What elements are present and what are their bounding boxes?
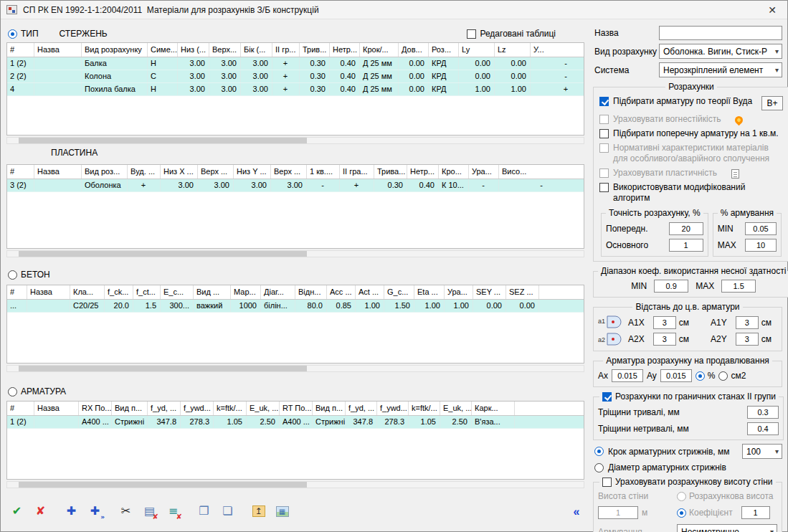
modified-algorithm-box[interactable] bbox=[599, 183, 609, 192]
column-header[interactable]: Крок/... bbox=[360, 43, 399, 57]
punching-cm2-radio[interactable]: см2 bbox=[718, 371, 746, 381]
punching-pct-circle[interactable] bbox=[696, 371, 705, 381]
normative-materials-checkbox[interactable]: Нормативні характеристики матеріалів для… bbox=[599, 143, 783, 164]
plasticity-box[interactable] bbox=[599, 168, 609, 178]
bar-step-circle[interactable] bbox=[594, 447, 604, 456]
rod-table-hscroll[interactable] bbox=[6, 137, 584, 144]
wood-options-button[interactable]: В+ bbox=[761, 96, 783, 110]
column-header[interactable]: Вид ... bbox=[194, 285, 231, 299]
column-header[interactable]: II гр... bbox=[272, 43, 300, 57]
column-header[interactable]: Верх ... bbox=[271, 165, 307, 179]
rebar-radio-circle[interactable] bbox=[8, 387, 17, 396]
column-header[interactable]: Низ (... bbox=[178, 43, 209, 57]
editable-tables-box[interactable] bbox=[467, 29, 476, 39]
column-header[interactable]: Трив... bbox=[300, 43, 330, 57]
column-header[interactable]: k=ftk/... bbox=[409, 402, 440, 415]
column-header[interactable]: RX По... bbox=[79, 402, 112, 415]
table-row[interactable]: 1 (2)БалкаН3.003.003.00+0.300.40Д 25 мм0… bbox=[7, 57, 584, 70]
column-header[interactable]: f_yd, ... bbox=[346, 402, 377, 415]
column-header[interactable]: Назва bbox=[34, 165, 82, 179]
column-header[interactable]: Мар... bbox=[231, 285, 261, 299]
bar-step-radio[interactable]: Крок арматурних стрижнів, мм 100 ▾ bbox=[594, 444, 782, 459]
pct-min-input[interactable] bbox=[745, 222, 777, 235]
coefficient-input[interactable] bbox=[741, 506, 770, 519]
calc-type-select[interactable]: Оболонка. Вигин, Стиск-Р ▾ bbox=[659, 44, 782, 59]
fire-resistance-box[interactable] bbox=[599, 115, 609, 124]
column-header[interactable]: f_ywd... bbox=[377, 402, 409, 415]
crack-long-input[interactable] bbox=[747, 406, 779, 419]
column-header[interactable]: Верх... bbox=[209, 43, 241, 57]
column-header[interactable]: Acc ... bbox=[327, 285, 356, 299]
ay-input[interactable] bbox=[660, 369, 692, 382]
column-header[interactable]: Ура... bbox=[469, 165, 499, 179]
rebar-table-hscroll[interactable] bbox=[6, 481, 584, 488]
column-header[interactable]: Трива... bbox=[374, 165, 407, 179]
column-header[interactable]: Вид розрахунку bbox=[82, 43, 148, 57]
plate-table-hscroll[interactable] bbox=[6, 250, 584, 257]
copy-button[interactable]: ❐ bbox=[195, 503, 213, 520]
wall-height-input[interactable] bbox=[598, 506, 638, 519]
delete-button[interactable]: ✘ bbox=[32, 503, 49, 520]
wood-theory-checkbox[interactable]: Підбирати арматуру по теорії Вуда В+ bbox=[599, 96, 783, 110]
column-header[interactable]: G_c... bbox=[384, 285, 414, 299]
utilization-max-input[interactable] bbox=[721, 280, 756, 293]
column-header[interactable]: У... bbox=[531, 43, 584, 57]
table-row[interactable]: 3 (2)Оболонка+3.003.003.003.00-+0.300.40… bbox=[7, 179, 584, 192]
fire-resistance-checkbox[interactable]: Ураховувати вогнестійкість bbox=[599, 114, 783, 125]
column-header[interactable]: Lz bbox=[495, 43, 531, 57]
export-button[interactable]: ↥ bbox=[250, 503, 267, 520]
column-header[interactable]: E_uk, ... bbox=[247, 402, 280, 415]
column-header[interactable]: Бік (... bbox=[241, 43, 272, 57]
modified-algorithm-checkbox[interactable]: Використовувати модифікований алгоритм bbox=[599, 182, 783, 204]
crack-short-input[interactable] bbox=[747, 422, 779, 435]
column-header[interactable]: E_c... bbox=[161, 285, 194, 299]
wood-theory-box[interactable] bbox=[599, 97, 609, 106]
column-header[interactable]: Вуд. ... bbox=[128, 165, 161, 179]
column-header[interactable]: Кро... bbox=[439, 165, 469, 179]
normative-materials-box[interactable] bbox=[599, 143, 609, 153]
table-row[interactable]: 4Похила балкаН3.003.003.00+0.300.40Д 25 … bbox=[7, 83, 584, 96]
utilization-min-input[interactable] bbox=[654, 280, 688, 293]
column-header[interactable]: E_uk, ... bbox=[440, 402, 472, 415]
column-header[interactable]: f_ywd... bbox=[181, 402, 214, 415]
column-header[interactable]: II гра... bbox=[340, 165, 374, 179]
column-header[interactable]: Низ Y ... bbox=[234, 165, 271, 179]
bar-diameter-radio[interactable]: Діаметр арматурних стрижнів bbox=[594, 462, 782, 472]
column-header[interactable]: Симе... bbox=[148, 43, 178, 57]
column-header[interactable]: Ура... bbox=[445, 285, 473, 299]
column-header[interactable]: # bbox=[7, 285, 27, 299]
table-row[interactable]: 2 (2)КолонаС3.003.003.00+0.300.40Д 25 мм… bbox=[7, 70, 584, 83]
transverse-rebar-checkbox[interactable]: Підбирати поперечну арматуру на 1 кв.м. bbox=[599, 128, 783, 139]
column-header[interactable]: # bbox=[7, 165, 34, 179]
paste-button[interactable]: ❏ bbox=[219, 503, 237, 520]
a2x-input[interactable] bbox=[653, 333, 676, 346]
column-header[interactable]: Act ... bbox=[356, 285, 384, 299]
column-header[interactable]: Роз... bbox=[429, 43, 459, 57]
add-row-button[interactable]: ✚ bbox=[62, 503, 80, 520]
calc-height-circle[interactable] bbox=[677, 492, 686, 501]
concrete-table-hscroll[interactable] bbox=[6, 365, 584, 372]
column-header[interactable]: Назва bbox=[34, 43, 82, 57]
column-header[interactable]: # bbox=[7, 43, 34, 57]
close-icon[interactable]: ✕ bbox=[763, 4, 782, 16]
column-header[interactable]: Ly bbox=[459, 43, 495, 57]
column-header[interactable]: Вид роз... bbox=[82, 165, 128, 179]
table-row[interactable]: 1 (2)А400 ...Стрижні347.8278.31.052.50А4… bbox=[7, 416, 584, 429]
punching-cm2-circle[interactable] bbox=[718, 371, 728, 381]
column-header[interactable]: Дов... bbox=[399, 43, 429, 57]
bar-diameter-circle[interactable] bbox=[594, 463, 604, 472]
column-header[interactable]: Назва bbox=[34, 402, 79, 415]
insert-row-button[interactable]: ✚» bbox=[86, 503, 104, 520]
column-header[interactable]: Низ X ... bbox=[161, 165, 198, 179]
column-header[interactable]: RT По... bbox=[280, 402, 313, 415]
column-header[interactable]: # bbox=[7, 402, 34, 415]
transverse-rebar-box[interactable] bbox=[599, 129, 609, 138]
column-header[interactable]: f_ck... bbox=[105, 285, 133, 299]
delete-table-button[interactable]: ▤✘ bbox=[141, 503, 158, 520]
a1y-input[interactable] bbox=[736, 316, 759, 329]
limit-states-checkbox[interactable]: Розрахунки по граничних станах II групи bbox=[599, 391, 779, 402]
column-header[interactable]: SEY ... bbox=[473, 285, 506, 299]
coefficient-radio[interactable]: Коефіцієнт bbox=[677, 506, 777, 519]
image-button[interactable]: ▦ bbox=[273, 503, 291, 520]
column-header[interactable]: Висо... bbox=[499, 165, 584, 179]
